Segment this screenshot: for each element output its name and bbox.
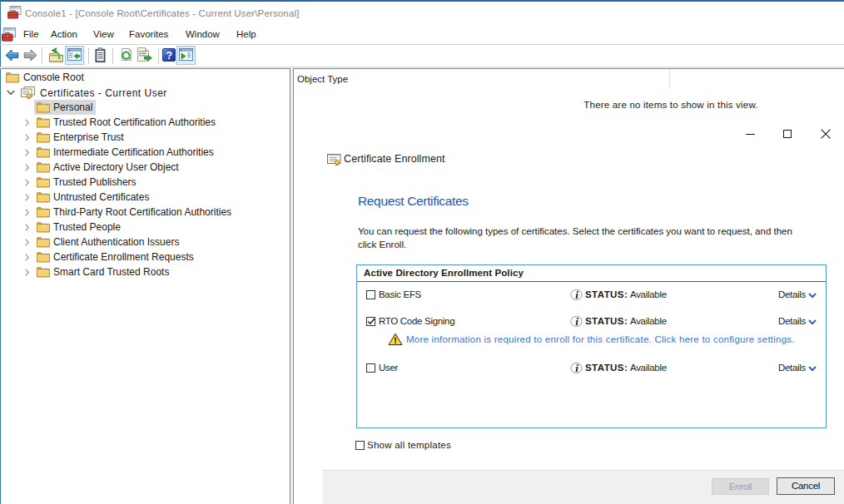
svg-text:i: i: [575, 315, 578, 328]
svg-text:i: i: [575, 289, 578, 301]
svg-text:?: ?: [166, 49, 172, 62]
svg-text:i: i: [575, 362, 578, 374]
